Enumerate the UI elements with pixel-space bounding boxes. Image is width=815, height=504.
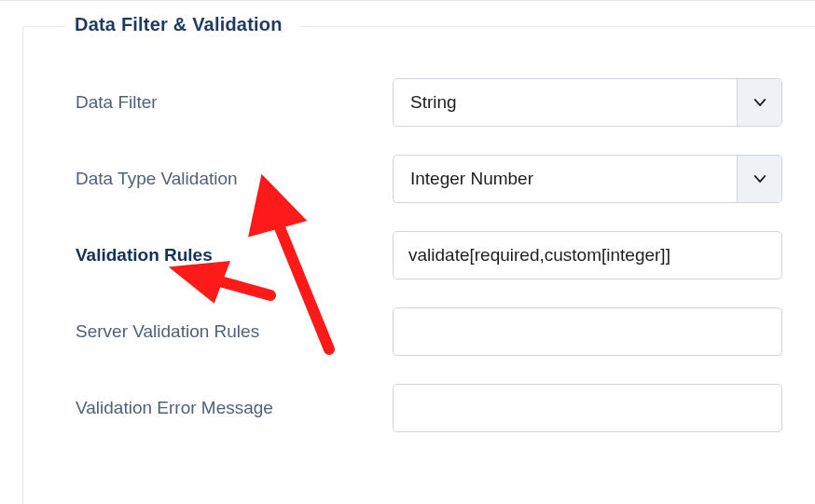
label-data-type-validation: Data Type Validation — [76, 169, 393, 189]
label-server-validation-rules: Server Validation Rules — [76, 321, 393, 342]
select-data-type-validation-value: Integer Number — [410, 169, 533, 189]
fieldset-data-filter-validation: Data Filter & Validation Data Filter Str… — [22, 26, 815, 504]
row-validation-rules: Validation Rules — [23, 231, 815, 279]
input-validation-rules[interactable] — [393, 231, 782, 279]
row-data-type-validation: Data Type Validation Integer Number — [23, 155, 815, 203]
select-data-filter[interactable]: String — [393, 78, 782, 127]
chevron-down-icon — [737, 79, 781, 126]
top-divider — [0, 0, 815, 1]
select-data-type-validation[interactable]: Integer Number — [393, 155, 782, 203]
input-validation-error-message[interactable] — [393, 384, 782, 432]
label-validation-rules: Validation Rules — [76, 245, 393, 266]
row-validation-error-message: Validation Error Message — [23, 384, 815, 432]
row-server-validation-rules: Server Validation Rules — [23, 307, 815, 356]
label-data-filter: Data Filter — [76, 92, 393, 113]
chevron-down-icon — [737, 156, 781, 202]
select-data-filter-value: String — [410, 92, 457, 113]
row-data-filter: Data Filter String — [23, 78, 815, 127]
section-title: Data Filter & Validation — [65, 14, 301, 35]
label-validation-error-message: Validation Error Message — [76, 398, 393, 418]
input-server-validation-rules[interactable] — [393, 307, 782, 356]
